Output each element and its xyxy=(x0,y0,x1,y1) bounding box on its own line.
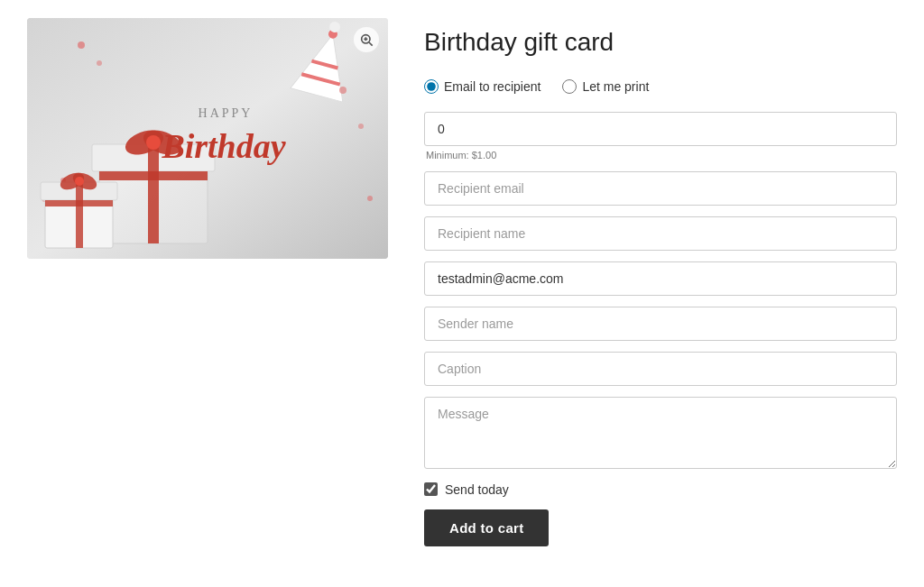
product-image: HAPPY Birthday xyxy=(27,18,388,259)
svg-rect-23 xyxy=(45,200,113,206)
svg-point-12 xyxy=(367,196,373,201)
svg-rect-22 xyxy=(76,182,83,248)
recipient-name-group xyxy=(424,216,897,251)
sender-name-input[interactable] xyxy=(424,307,897,341)
zoom-icon[interactable] xyxy=(354,27,379,52)
svg-line-30 xyxy=(369,42,373,46)
send-today-checkbox[interactable] xyxy=(424,482,438,496)
delivery-options: Email to recipient Let me print xyxy=(424,79,897,94)
let-me-print-radio[interactable] xyxy=(562,79,577,94)
svg-text:HAPPY: HAPPY xyxy=(199,106,254,120)
svg-point-8 xyxy=(339,87,346,94)
message-textarea[interactable] xyxy=(424,397,897,469)
send-today-label[interactable]: Send today xyxy=(445,482,509,497)
add-to-cart-button[interactable]: Add to cart xyxy=(424,509,549,546)
svg-rect-16 xyxy=(99,171,208,180)
email-to-recipient-radio[interactable] xyxy=(424,79,439,94)
svg-point-7 xyxy=(97,60,102,66)
svg-point-6 xyxy=(78,41,85,49)
svg-text:Birthday: Birthday xyxy=(161,127,285,165)
minimum-label: Minimum: $1.00 xyxy=(424,150,897,161)
page-title: Birthday gift card xyxy=(424,27,897,58)
caption-input[interactable] xyxy=(424,352,897,386)
caption-group xyxy=(424,352,897,386)
recipient-email-input[interactable] xyxy=(424,171,897,206)
svg-point-19 xyxy=(146,135,161,150)
sender-name-group xyxy=(424,307,897,341)
recipient-name-input[interactable] xyxy=(424,216,897,251)
amount-group: Minimum: $1.00 xyxy=(424,112,897,161)
let-me-print-label: Let me print xyxy=(582,79,649,94)
message-group xyxy=(424,397,897,472)
amount-input[interactable] xyxy=(424,112,897,146)
product-image-panel: HAPPY Birthday xyxy=(27,18,388,546)
email-to-recipient-option[interactable]: Email to recipient xyxy=(424,79,541,94)
send-today-row: Send today xyxy=(424,482,897,497)
product-form-panel: Birthday gift card Email to recipient Le… xyxy=(424,18,897,546)
sender-email-group xyxy=(424,261,897,296)
svg-point-9 xyxy=(358,124,364,129)
email-to-recipient-label: Email to recipient xyxy=(444,79,541,94)
recipient-email-group xyxy=(424,171,897,206)
let-me-print-option[interactable]: Let me print xyxy=(562,79,649,94)
svg-rect-15 xyxy=(148,144,159,243)
sender-email-input[interactable] xyxy=(424,261,897,296)
svg-point-26 xyxy=(75,177,84,186)
